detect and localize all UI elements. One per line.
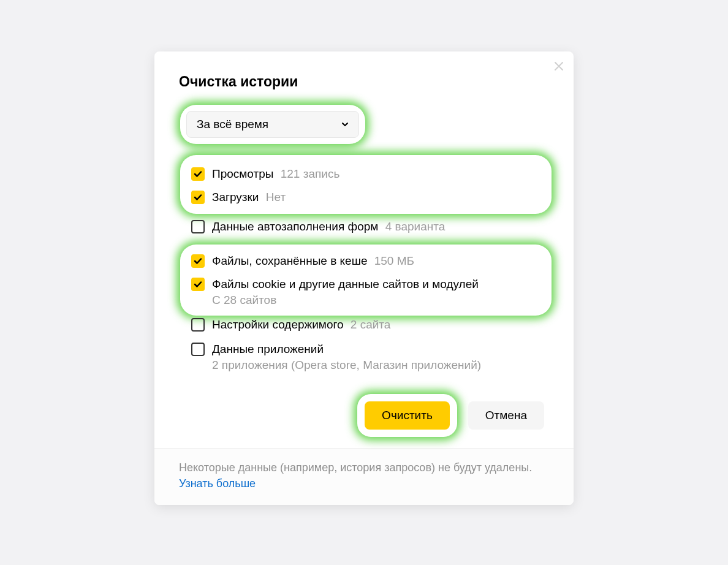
close-icon [554, 61, 564, 71]
option-downloads-meta: Нет [266, 191, 286, 203]
check-icon [194, 193, 202, 202]
checkbox-downloads[interactable] [191, 191, 205, 204]
option-content-settings: Настройки содержимого 2 сайта [188, 317, 549, 333]
option-autofill-text: Данные автозаполнения форм 4 варианта [212, 219, 445, 235]
dialog-title: Очистка истории [179, 74, 549, 90]
check-icon [194, 170, 202, 178]
option-cache-label: Файлы, сохранённые в кеше [212, 254, 367, 267]
close-button[interactable] [553, 60, 565, 72]
option-content-settings-label: Настройки содержимого [212, 318, 344, 331]
option-cache-meta: 150 МБ [374, 254, 414, 267]
time-range-value: За всё время [197, 118, 268, 131]
checkbox-views[interactable] [191, 167, 205, 181]
checkbox-content-settings[interactable] [191, 318, 205, 332]
check-icon [194, 280, 202, 289]
button-row: Очистить Отмена [179, 398, 549, 433]
cancel-button[interactable]: Отмена [468, 401, 544, 430]
clear-button-highlight: Очистить [361, 398, 453, 433]
group-highlight-2: Файлы, сохранённые в кеше 150 МБ Файлы c… [184, 248, 548, 312]
checkbox-app-data[interactable] [191, 343, 205, 356]
clear-history-dialog: Очистка истории За всё время [154, 51, 574, 505]
option-content-settings-text: Настройки содержимого 2 сайта [212, 317, 390, 333]
option-cache-text: Файлы, сохранённые в кеше 150 МБ [212, 253, 414, 269]
dialog-footer: Некоторые данные (например, история запр… [154, 448, 574, 505]
time-range-highlight: За всё время [184, 108, 362, 140]
option-app-data-text: Данные приложений 2 приложения (Opera st… [212, 341, 481, 372]
group-highlight-1: Просмотры 121 запись Загрузки [184, 159, 548, 210]
checkbox-cache[interactable] [191, 254, 205, 268]
option-downloads-text: Загрузки Нет [212, 189, 286, 205]
option-app-data: Данные приложений 2 приложения (Opera st… [188, 341, 549, 372]
checkbox-cookies[interactable] [191, 278, 205, 291]
option-cache: Файлы, сохранённые в кеше 150 МБ [188, 253, 539, 269]
option-cookies-sub: С 28 сайтов [212, 294, 479, 307]
learn-more-link[interactable]: Узнать больше [179, 477, 256, 490]
clear-button[interactable]: Очистить [365, 401, 450, 430]
option-autofill: Данные автозаполнения форм 4 варианта [188, 219, 549, 235]
checkbox-autofill[interactable] [191, 220, 205, 233]
option-cookies-text: Файлы cookie и другие данные сайтов и мо… [212, 276, 479, 307]
check-icon [194, 257, 202, 265]
option-cookies: Файлы cookie и другие данные сайтов и мо… [188, 276, 539, 307]
option-views-label: Просмотры [212, 167, 273, 180]
option-views-text: Просмотры 121 запись [212, 166, 339, 182]
option-views-meta: 121 запись [281, 167, 340, 180]
option-downloads: Загрузки Нет [188, 189, 539, 205]
footer-text: Некоторые данные (например, история запр… [179, 461, 532, 474]
option-views: Просмотры 121 запись [188, 166, 539, 182]
option-content-settings-meta: 2 сайта [351, 318, 391, 331]
option-app-data-sub: 2 приложения (Opera store, Магазин прило… [212, 358, 481, 372]
options-area: Просмотры 121 запись Загрузки [184, 159, 549, 372]
option-downloads-label: Загрузки [212, 191, 259, 203]
time-range-select[interactable]: За всё время [186, 111, 359, 138]
option-cookies-label: Файлы cookie и другие данные сайтов и мо… [212, 278, 479, 290]
dialog-body: Очистка истории За всё время [154, 51, 574, 448]
chevron-down-icon [341, 121, 349, 128]
option-app-data-label: Данные приложений [212, 343, 324, 355]
option-autofill-label: Данные автозаполнения форм [212, 220, 378, 233]
option-autofill-meta: 4 варианта [385, 220, 446, 233]
